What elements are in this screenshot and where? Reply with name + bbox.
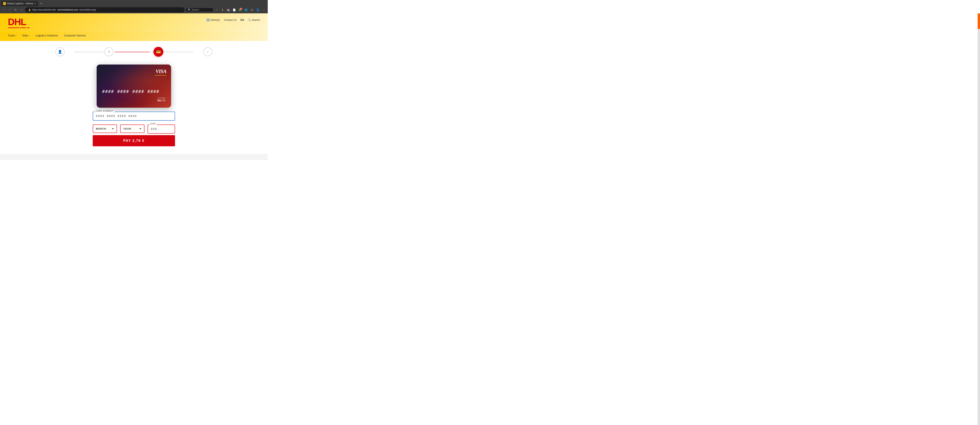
reader-button[interactable]: 📄	[232, 7, 237, 12]
footer-area	[0, 154, 268, 160]
nav-track-label: Track	[8, 34, 14, 37]
card-number-group-1: ####	[102, 89, 114, 94]
header-search[interactable]: 🔍 Search	[248, 18, 260, 21]
form-inner: CARD NUMBER MONTH 010203 040506 070809 1…	[93, 112, 175, 146]
tab-title: Global Logistics - Interna	[7, 2, 33, 5]
url-prefix: https://acousticlive-dev.	[32, 8, 56, 11]
dhl-logo-lines	[8, 27, 30, 28]
browser-tab-bar: D Global Logistics - Interna ✕ +	[0, 0, 268, 6]
cvv-input[interactable]	[148, 125, 175, 134]
ship-arrow-icon: ▾	[29, 35, 30, 37]
more-button[interactable]: ⋯	[261, 7, 266, 12]
forward-button[interactable]: →	[8, 8, 12, 12]
profile-button[interactable]: 👤	[255, 7, 260, 12]
extensions-badge: 3	[240, 8, 242, 10]
page-content: DHL ℹ️ Alerts(2) Contact Us EN 🔍 Search …	[0, 13, 268, 160]
expiry-cvv-row: MONTH 010203 040506 070809 101112 YEAR 2…	[93, 125, 175, 134]
cvv-label: CVV*	[150, 123, 157, 125]
card-display-section: VISA #### #### #### #### Expires MM/YY	[0, 64, 268, 108]
header-search-label: Search	[252, 18, 260, 21]
nav-customer-service[interactable]: Customer Service	[64, 34, 86, 37]
url-domain: serverdatahost.com	[57, 8, 78, 11]
step-4-circle: ✓	[203, 47, 212, 56]
account-button[interactable]: 🌐	[243, 7, 248, 12]
browser-toolbar: ← → ↻ ⌂ 🔒 https://acousticlive-dev.serve…	[0, 6, 268, 13]
card-number-display: #### #### #### ####	[102, 89, 165, 94]
payment-form-section: CARD NUMBER MONTH 010203 040506 070809 1…	[0, 108, 268, 154]
alerts-label: Alerts(2)	[210, 18, 220, 21]
alert-icon: ℹ️	[207, 18, 210, 21]
card-number-label: CARD NUMBER	[95, 110, 115, 112]
step-3: 💳	[153, 47, 163, 57]
dhl-header: DHL ℹ️ Alerts(2) Contact Us EN 🔍 Search	[0, 13, 268, 32]
card-number-group-3: ####	[132, 89, 144, 94]
step-4: ✓	[203, 47, 212, 56]
tab-favicon: D	[3, 2, 6, 5]
dhl-navigation: Track ▾ Ship ▾ Logistics Solutions Custo…	[0, 32, 268, 41]
dhl-logo-text: DHL	[8, 17, 30, 27]
step-2: ℹ	[105, 47, 113, 56]
nav-ship-label: Ship	[22, 34, 28, 37]
step-3-circle-active: 💳	[153, 47, 163, 57]
pay-button[interactable]: PAY 2,76 €	[93, 135, 175, 146]
expires-value: MM/YY	[158, 99, 165, 102]
track-arrow-icon: ▾	[15, 35, 16, 37]
logo-line-2	[20, 27, 26, 28]
nav-logistics[interactable]: Logistics Solutions	[35, 34, 58, 37]
header-right: ℹ️ Alerts(2) Contact Us EN 🔍 Search	[207, 17, 260, 21]
lock-icon: 🔒	[28, 9, 31, 11]
alerts-button[interactable]: ℹ️ Alerts(2)	[207, 18, 220, 21]
credit-card-visual: VISA #### #### #### #### Expires MM/YY	[97, 64, 171, 108]
browser-actions: 🔍 Search ☆ ⬇ 📚 📄 🧩 3 🌐 ⊞ 👤 ⋯	[186, 7, 266, 12]
year-select[interactable]: YEAR 202420252026 202720282029 2030	[120, 125, 145, 133]
expires-label: Expires	[158, 97, 165, 99]
new-tab-button[interactable]: +	[38, 1, 44, 6]
progress-section: 👤 ℹ 💳 ✓	[0, 41, 268, 62]
cvv-field-group: CVV*	[148, 125, 175, 134]
language-selector[interactable]: EN	[240, 18, 244, 21]
browser-search-box[interactable]: 🔍 Search	[186, 8, 213, 11]
logo-line-1	[8, 27, 20, 28]
library-button[interactable]: 📚	[226, 7, 231, 12]
bookmark-icon[interactable]: ☆	[214, 7, 219, 12]
nav-track[interactable]: Track ▾	[8, 34, 16, 37]
step-2-circle: ℹ	[105, 47, 113, 56]
card-brand-underline	[154, 75, 166, 75]
logo-line-3	[27, 27, 30, 28]
nav-customer-service-label: Customer Service	[64, 34, 86, 37]
home-button[interactable]: ⌂	[19, 8, 24, 12]
extensions-button[interactable]: 🧩 3	[237, 7, 243, 12]
nav-ship[interactable]: Ship ▾	[22, 34, 29, 37]
back-button[interactable]: ←	[2, 8, 6, 12]
downloads-button[interactable]: ⬇	[220, 7, 225, 12]
step-1-circle: 👤	[56, 47, 65, 56]
active-tab[interactable]: D Global Logistics - Interna ✕	[1, 1, 38, 6]
grid-button[interactable]: ⊞	[249, 7, 255, 12]
nav-logistics-label: Logistics Solutions	[35, 34, 58, 37]
card-number-group-2: ####	[117, 89, 129, 94]
dhl-logo: DHL	[8, 17, 30, 28]
url-path: /w1nd3ekm.php	[80, 8, 96, 11]
month-select[interactable]: MONTH 010203 040506 070809 101112	[93, 125, 117, 133]
progress-line-active	[115, 52, 150, 52]
address-bar[interactable]: 🔒 https://acousticlive-dev.serverdatahos…	[25, 7, 185, 12]
card-brand-logo: VISA	[156, 69, 166, 74]
step-1: 👤	[56, 47, 65, 56]
refresh-button[interactable]: ↻	[13, 8, 18, 12]
search-label: Search	[191, 8, 199, 11]
tab-close-button[interactable]: ✕	[34, 3, 36, 5]
header-search-icon: 🔍	[248, 18, 251, 21]
card-number-field-group: CARD NUMBER	[93, 112, 175, 121]
search-icon: 🔍	[188, 8, 191, 11]
card-number-group-4: ####	[147, 89, 159, 94]
card-expiry-display: Expires MM/YY	[158, 97, 165, 102]
card-number-input[interactable]	[93, 112, 175, 121]
contact-link[interactable]: Contact Us	[224, 18, 236, 21]
